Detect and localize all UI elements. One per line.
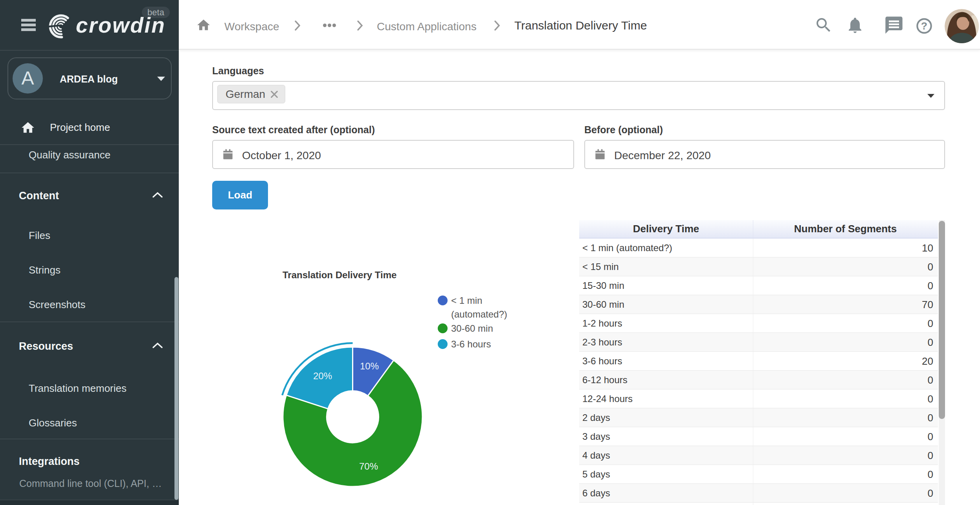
svg-text:20%: 20% [313, 371, 332, 381]
svg-text:70%: 70% [359, 461, 378, 472]
svg-text:10%: 10% [360, 361, 379, 371]
svg-text:crowdin: crowdin [76, 13, 165, 37]
svg-text:?: ? [921, 20, 927, 32]
